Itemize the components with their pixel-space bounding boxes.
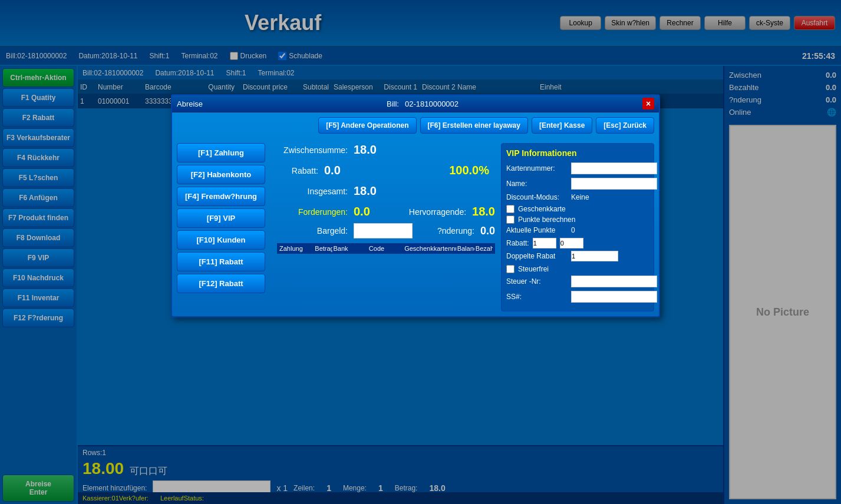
vip-name-label: Name: — [506, 180, 571, 188]
doppelte-label: Doppelte Rabat — [506, 252, 571, 260]
kartennummer-input[interactable] — [571, 163, 657, 174]
f5-operationen-button[interactable]: [F5] Andere Operationen — [318, 117, 416, 134]
pt-balance-header: Balance — [457, 245, 474, 252]
forderungen-label: Forderungen: — [277, 207, 354, 217]
bargeld-input[interactable] — [354, 223, 413, 238]
kartennummer-row: Kartennummer: — [506, 163, 649, 174]
forderungen-value: 0.0 — [354, 205, 370, 218]
ss-input[interactable] — [571, 291, 657, 303]
geschenkkarte-row: Geschenkkarte — [506, 205, 649, 213]
modal-bill-number: 02-1810000002 — [405, 100, 459, 108]
aktuelle-punkte-row: Aktuelle Punkte 0 — [506, 226, 649, 234]
rabatt-value: 0.0 — [324, 164, 341, 177]
pt-zahlung-header: Zahlung — [279, 245, 314, 252]
insgesamt-row: Insgesamt: 18.0 — [277, 184, 495, 198]
zwischensumme-row: Zwischensumme: 18.0 — [277, 143, 495, 157]
modal-summary: Zwischensumme: 18.0 Rabatt: 0.0 100.0% I… — [277, 143, 495, 311]
payment-table: Zahlung Betrag Bank Code Geschenkkartenn… — [277, 243, 495, 254]
f2-habenkonto-button[interactable]: [F2] Habenkonto — [177, 165, 265, 184]
steuerfrei-label: Steuerfrei — [518, 265, 549, 273]
zwischensumme-value: 18.0 — [354, 143, 377, 157]
vip-rabatt-input1[interactable] — [533, 238, 556, 248]
geschenkkarte-checkbox[interactable] — [506, 205, 515, 213]
punkte-label: Punkte berechnen — [518, 215, 575, 224]
ss-row: SS#: — [506, 291, 649, 303]
modal-payment-buttons-panel: [F1] Zahlung [F2] Habenkonto [F4] Fremdw… — [177, 143, 271, 311]
vip-name-row: Name: — [506, 178, 649, 190]
f11-rabatt-button[interactable]: [F11] Rabatt — [177, 252, 265, 271]
vip-name-input[interactable] — [571, 178, 657, 190]
bargeld-row: Bargeld: ?nderung: 0.0 — [277, 223, 495, 238]
steuer-label: Steuer -Nr: — [506, 277, 571, 286]
pt-gkn-header: Geschenkkartennummer — [404, 245, 456, 252]
rabatt-pct: 100.0% — [449, 164, 495, 177]
modal-dialog: Abreise Bill: 02-1810000002 × [F5] Ander… — [171, 94, 660, 317]
aenderung-label-modal: ?nderung: — [437, 226, 480, 236]
modal-close-button[interactable]: × — [642, 98, 654, 110]
rabatt-label: Rabatt: — [277, 166, 324, 175]
hervorragende-label: Hervorragende: — [409, 207, 472, 217]
rabatt-row: Rabatt: 0.0 100.0% — [277, 164, 495, 177]
payment-table-header: Zahlung Betrag Bank Code Geschenkkartenn… — [277, 243, 495, 254]
kartennummer-label: Kartennummer: — [506, 164, 571, 173]
insgesamt-label: Insgesamt: — [277, 187, 354, 196]
discount-modus-label: Discount-Modus: — [506, 193, 571, 201]
payment-buttons: [F1] Zahlung [F2] Habenkonto [F4] Fremdw… — [177, 143, 271, 293]
aenderung-value-modal: 0.0 — [480, 225, 495, 237]
steuerfrei-checkbox[interactable] — [506, 265, 515, 273]
forderungen-row: Forderungen: 0.0 Hervorragende: 18.0 — [277, 205, 495, 218]
pt-bezahlt-header: Bezahlt — [476, 245, 493, 252]
f6-layaway-button[interactable]: [F6] Erstellen einer layaway — [420, 117, 528, 134]
modal-body: [F1] Zahlung [F2] Habenkonto [F4] Fremdw… — [172, 138, 659, 316]
geschenkkarte-label: Geschenkkarte — [518, 205, 566, 213]
pt-code-header: Code — [369, 245, 403, 252]
steuer-input[interactable] — [571, 276, 657, 287]
steuer-row: Steuer -Nr: — [506, 276, 649, 287]
punkte-row: Punkte berechnen — [506, 215, 649, 224]
vip-title: VIP Informationen — [506, 148, 649, 158]
steuerfrei-row: Steuerfrei — [506, 265, 649, 273]
modal-vip-panel: VIP Informationen Kartennummer: Name: Di… — [501, 143, 654, 311]
modal-top-buttons: [F5] Andere Operationen [F6] Erstellen e… — [172, 112, 659, 138]
f1-zahlung-button[interactable]: [F1] Zahlung — [177, 143, 265, 163]
discount-modus-row: Discount-Modus: Keine — [506, 193, 649, 201]
f12-rabatt-button[interactable]: [F12] Rabatt — [177, 274, 265, 293]
bargeld-label: Bargeld: — [277, 226, 354, 236]
doppelte-input[interactable] — [571, 251, 618, 261]
vip-rabatt-label: Rabatt: — [506, 239, 529, 247]
enter-kasse-button[interactable]: [Enter] Kasse — [532, 117, 592, 134]
modal-bill-label: Bill: — [387, 100, 399, 108]
aktuelle-punkte-label: Aktuelle Punkte — [506, 226, 571, 234]
modal-overlay[interactable]: Abreise Bill: 02-1810000002 × [F5] Ander… — [0, 0, 841, 504]
ss-label: SS#: — [506, 293, 571, 301]
vip-rabatt-row: Rabatt: — [506, 238, 649, 248]
zwischensumme-label: Zwischensumme: — [277, 145, 354, 155]
f4-fremdwahrung-button[interactable]: [F4] Fremdw?hrung — [177, 187, 265, 206]
hervorragende-value: 18.0 — [472, 205, 495, 218]
insgesamt-value: 18.0 — [354, 184, 377, 198]
modal-header: Abreise Bill: 02-1810000002 × — [172, 95, 659, 112]
vip-rabatt-input2[interactable] — [560, 238, 583, 248]
pt-bank-header: Bank — [334, 245, 368, 252]
esc-zuruck-button[interactable]: [Esc] Zurück — [596, 117, 654, 134]
pt-betrag-header: Betrag — [315, 245, 332, 252]
punkte-checkbox[interactable] — [506, 215, 515, 224]
doppelte-row: Doppelte Rabat — [506, 251, 649, 261]
modal-title: Abreise — [177, 100, 203, 108]
aktuelle-punkte-value: 0 — [571, 226, 575, 234]
f10-kunden-button[interactable]: [F10] Kunden — [177, 230, 265, 250]
f9-vip-button-modal[interactable]: [F9] VIP — [177, 208, 265, 228]
discount-modus-value: Keine — [571, 193, 589, 201]
